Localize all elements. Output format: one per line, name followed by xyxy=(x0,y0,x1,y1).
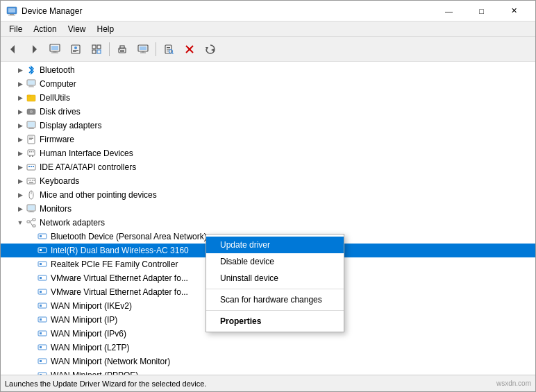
tree-item-dellutils[interactable]: ▶ DellUtils xyxy=(1,91,535,105)
svg-rect-13 xyxy=(73,51,76,52)
update-button[interactable] xyxy=(201,40,220,59)
computer-button[interactable] xyxy=(45,40,65,59)
ctx-properties[interactable]: Properties xyxy=(206,313,344,330)
menu-action[interactable]: Action xyxy=(28,23,62,35)
keyboards-label: Keyboards xyxy=(40,176,79,186)
tree-item-wan-pppoe[interactable]: ▶ WAN Miniport (PPPOE) xyxy=(1,368,535,375)
expand-network-adapters[interactable]: ▼ xyxy=(15,217,26,228)
tree-item-mice[interactable]: ▶ Mice and other pointing devices xyxy=(1,188,535,202)
firmware-icon xyxy=(26,134,37,145)
svg-rect-95 xyxy=(40,332,42,334)
disk-drives-icon xyxy=(26,106,37,117)
minimize-button[interactable]: — xyxy=(433,3,464,19)
svg-rect-98 xyxy=(38,359,47,364)
wan-pppoe-icon xyxy=(37,370,48,375)
back-button[interactable] xyxy=(3,40,23,59)
tree-item-ide[interactable]: ▶ IDE ATA/ATAPI controllers xyxy=(1,160,535,174)
svg-rect-42 xyxy=(27,95,31,96)
display-adapters-icon xyxy=(26,120,37,131)
tree-item-bluetooth[interactable]: ▶ Bluetooth xyxy=(1,63,535,77)
expand-mice[interactable]: ▶ xyxy=(15,189,26,201)
expand-ide[interactable]: ▶ xyxy=(15,162,26,173)
menu-help[interactable]: Help xyxy=(92,23,120,35)
tree-item-wan-netmon[interactable]: ▶ WAN Miniport (Network Monitor) xyxy=(1,355,535,368)
expand-disk-drives[interactable]: ▶ xyxy=(15,106,26,117)
tree-item-display-adapters[interactable]: ▶ Display adapters xyxy=(1,119,535,133)
tree-item-wan-l2tp[interactable]: ▶ WAN Miniport (L2TP) xyxy=(1,341,535,355)
expand-dellutils[interactable]: ▶ xyxy=(15,92,26,103)
title-bar: Device Manager — □ ✕ xyxy=(1,1,535,22)
forward-button[interactable] xyxy=(24,40,44,59)
svg-rect-82 xyxy=(38,248,47,253)
tree-item-computer[interactable]: ▶ Computer xyxy=(1,77,535,91)
intel-wifi-icon xyxy=(37,245,48,256)
vmware-eth2-icon xyxy=(37,287,48,298)
device-manager-button[interactable] xyxy=(87,40,106,59)
svg-line-79 xyxy=(30,222,33,226)
tree-item-keyboards[interactable]: ▶ Keyboards xyxy=(1,174,535,188)
svg-point-22 xyxy=(119,49,120,50)
vmware-eth2-label: VMware Virtual Ethernet Adapter fo... xyxy=(51,287,188,297)
svg-rect-21 xyxy=(120,51,124,52)
svg-point-31 xyxy=(169,49,173,53)
wan-netmon-icon xyxy=(37,356,48,367)
tree-item-network-adapters[interactable]: ▼ Network adapters xyxy=(1,216,535,230)
expand-computer[interactable]: ▶ xyxy=(15,78,26,90)
ctx-sep-2 xyxy=(206,310,344,311)
properties-button[interactable] xyxy=(66,40,85,59)
remove-device-button[interactable] xyxy=(180,40,199,59)
svg-rect-84 xyxy=(38,262,47,266)
print-button[interactable] xyxy=(112,40,132,59)
wan-ip-label: WAN Miniport (IP) xyxy=(51,315,117,325)
menu-file[interactable]: File xyxy=(3,23,28,35)
expand-keyboards[interactable]: ▶ xyxy=(15,176,26,187)
wan-netmon-label: WAN Miniport (Network Monitor) xyxy=(51,357,170,366)
ctx-scan-changes[interactable]: Scan for hardware changes xyxy=(206,291,344,308)
monitor-button[interactable] xyxy=(133,40,153,59)
bluetooth-label: Bluetooth xyxy=(40,65,75,75)
svg-rect-85 xyxy=(40,263,42,265)
svg-rect-7 xyxy=(51,46,58,50)
ctx-uninstall-device[interactable]: Uninstall device xyxy=(206,270,344,287)
menu-view[interactable]: View xyxy=(62,23,92,35)
device-manager-window: Device Manager — □ ✕ File Action View He… xyxy=(0,0,536,392)
expand-firmware[interactable]: ▶ xyxy=(15,134,26,145)
tree-item-monitors[interactable]: ▶ Monitors xyxy=(1,202,535,216)
ctx-sep-1 xyxy=(206,289,344,289)
vmware-eth1-icon xyxy=(37,273,48,284)
ctx-disable-device[interactable]: Disable device xyxy=(206,253,344,270)
computer-label: Computer xyxy=(40,79,76,89)
maximize-button[interactable]: □ xyxy=(466,3,497,19)
expand-bluetooth[interactable]: ▶ xyxy=(15,65,26,76)
svg-line-78 xyxy=(30,220,33,222)
svg-rect-59 xyxy=(33,151,34,153)
wan-ipv6-label: WAN Miniport (IPv6) xyxy=(51,329,126,339)
svg-rect-61 xyxy=(28,166,30,167)
svg-rect-40 xyxy=(28,87,34,87)
svg-rect-8 xyxy=(53,51,57,53)
svg-rect-63 xyxy=(33,166,34,167)
scan-button[interactable] xyxy=(159,40,178,59)
monitors-label: Monitors xyxy=(40,204,72,214)
status-right: wsxdn.com xyxy=(496,380,531,387)
expand-hid[interactable]: ▶ xyxy=(15,148,26,159)
tree-item-hid[interactable]: ▶ Human Interface Devices xyxy=(1,146,535,160)
svg-rect-14 xyxy=(92,45,96,49)
firmware-label: Firmware xyxy=(40,135,74,144)
svg-rect-57 xyxy=(29,151,31,153)
vmware-eth1-label: VMware Virtual Ethernet Adapter fo... xyxy=(51,273,188,283)
network-adapters-label: Network adapters xyxy=(40,218,105,228)
title-controls: — □ ✕ xyxy=(433,3,530,19)
close-button[interactable]: ✕ xyxy=(499,3,530,19)
bluetooth-pan-label: Bluetooth Device (Personal Area Network) xyxy=(51,232,207,241)
svg-rect-67 xyxy=(32,180,33,181)
svg-rect-56 xyxy=(32,155,33,157)
ide-label: IDE ATA/ATAPI controllers xyxy=(40,162,136,172)
expand-monitors[interactable]: ▶ xyxy=(15,203,26,214)
tree-item-firmware[interactable]: ▶ Firmware xyxy=(1,133,535,146)
expand-display-adapters[interactable]: ▶ xyxy=(15,120,26,131)
mice-icon xyxy=(26,189,37,201)
tree-item-disk-drives[interactable]: ▶ Disk drives xyxy=(1,105,535,119)
menu-bar: File Action View Help xyxy=(1,22,535,37)
ctx-update-driver[interactable]: Update driver xyxy=(206,237,344,253)
